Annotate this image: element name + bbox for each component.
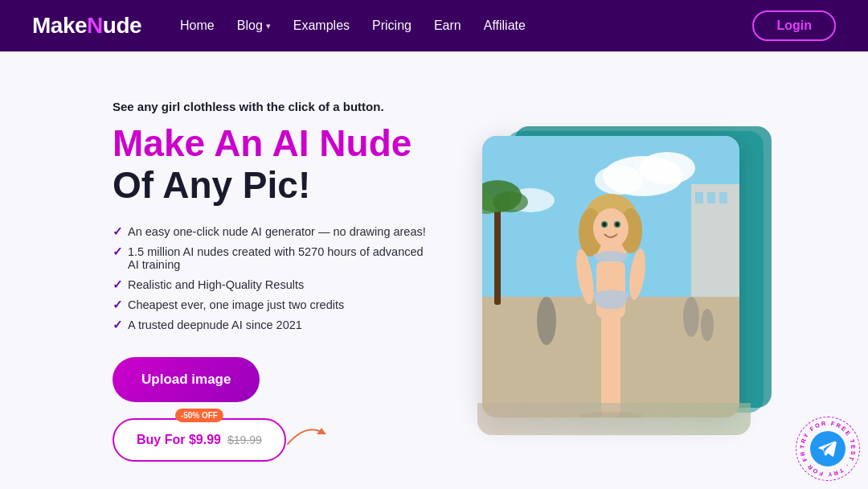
telegram-icon <box>810 431 845 466</box>
svg-point-26 <box>616 223 619 227</box>
feature-5: A trusted deepnude AI since 2021 <box>113 318 434 331</box>
svg-point-25 <box>603 223 606 227</box>
nav-pricing[interactable]: Pricing <box>372 18 411 33</box>
upload-image-button[interactable]: Upload image <box>113 357 260 402</box>
svg-rect-27 <box>596 261 625 318</box>
buy-btn-wrapper: -50% OFF Buy For $9.99 $19.99 <box>113 418 286 462</box>
hero-tagline: See any girl clothless with the click of… <box>113 100 434 113</box>
svg-point-4 <box>595 166 643 195</box>
svg-point-17 <box>701 309 714 341</box>
blog-dropdown-icon: ▾ <box>266 21 271 31</box>
svg-rect-12 <box>695 192 703 203</box>
buy-button[interactable]: Buy For $9.99 $19.99 <box>113 418 286 462</box>
navbar: MakeNude Home Blog ▾ Examples Pricing Ea… <box>0 0 868 51</box>
svg-rect-14 <box>719 192 727 203</box>
arrow-indicator <box>286 421 326 446</box>
image-stack <box>482 136 755 425</box>
hero-image-svg <box>482 136 739 417</box>
hero-title-colored: Make An AI Nude <box>113 123 434 164</box>
svg-point-10 <box>493 191 528 212</box>
svg-rect-7 <box>494 200 501 305</box>
svg-rect-13 <box>707 192 715 203</box>
feature-2: 1.5 million AI nudes created with 5270 h… <box>113 245 434 271</box>
image-card-main <box>482 136 739 417</box>
image-bottom-strip <box>477 403 751 435</box>
hero-features: An easy one-click nude AI generator — no… <box>113 225 434 331</box>
svg-point-3 <box>639 152 695 184</box>
nav-home[interactable]: Home <box>180 18 215 33</box>
logo-text: MakeNude <box>32 13 141 39</box>
hero-title-dark: Of Any Pic! <box>113 164 434 207</box>
feature-4: Cheapest ever, one image just two credit… <box>113 298 434 311</box>
feature-3: Realistic and High-Quality Results <box>113 278 434 291</box>
svg-point-22 <box>593 208 628 249</box>
nav-links: Home Blog ▾ Examples Pricing Earn Affili… <box>180 18 526 33</box>
hero-buttons: Upload image -50% OFF Buy For $9.99 $19.… <box>113 357 434 462</box>
svg-rect-31 <box>606 309 620 417</box>
discount-badge: -50% OFF <box>175 409 223 422</box>
original-price: $19.99 <box>227 434 262 446</box>
buy-price: Buy For $9.99 <box>137 433 221 447</box>
hero-section: See any girl clothless with the click of… <box>0 51 868 489</box>
login-button[interactable]: Login <box>752 10 836 41</box>
logo[interactable]: MakeNude <box>32 13 154 39</box>
nav-affiliate[interactable]: Affiliate <box>484 18 526 33</box>
hero-content: See any girl clothless with the click of… <box>113 100 434 462</box>
telegram-badge[interactable]: TRY FOR FREE TEST · TRY FOR FREE TEST · <box>796 417 860 481</box>
svg-point-16 <box>683 297 699 337</box>
nav-blog[interactable]: Blog ▾ <box>237 18 271 33</box>
hero-image-area <box>482 136 772 425</box>
feature-1: An easy one-click nude AI generator — no… <box>113 225 434 238</box>
nav-examples[interactable]: Examples <box>293 18 350 33</box>
svg-point-15 <box>537 297 556 345</box>
nav-earn[interactable]: Earn <box>434 18 461 33</box>
